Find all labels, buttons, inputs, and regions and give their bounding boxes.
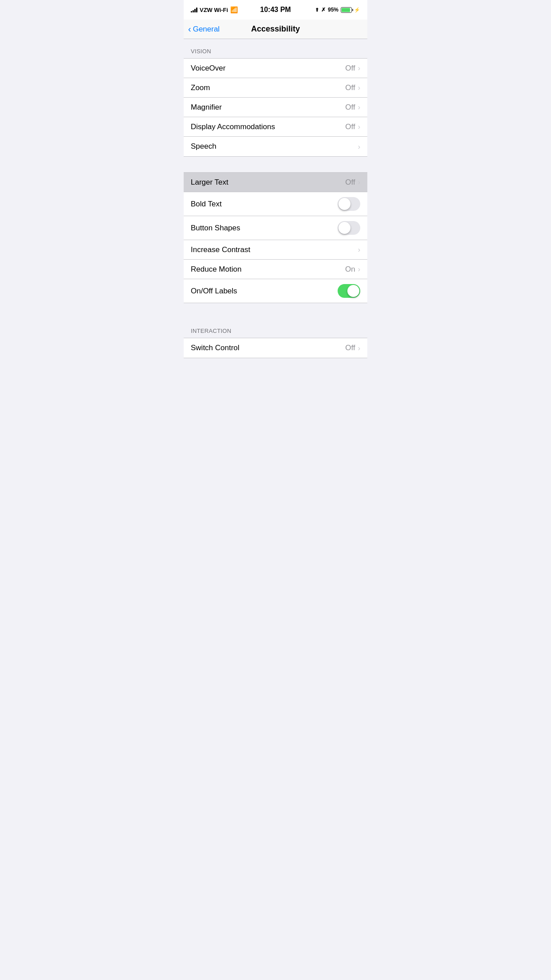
reduce-motion-right: On › (345, 265, 360, 274)
spacer-1 (184, 157, 367, 172)
switch-control-right: Off › (345, 344, 360, 352)
zoom-value: Off (345, 83, 355, 92)
onoff-labels-label: On/Off Labels (191, 287, 237, 296)
increase-contrast-chevron-icon: › (358, 246, 360, 254)
interaction-section-header: INTERACTION (184, 319, 367, 338)
increase-contrast-label: Increase Contrast (191, 245, 250, 254)
magnifier-chevron-icon: › (358, 103, 360, 111)
zoom-right: Off › (345, 83, 360, 92)
onoff-labels-right (338, 284, 360, 298)
display-list: Larger Text Off › Bold Text Button Shape… (184, 172, 367, 303)
display-accommodations-right: Off › (345, 122, 360, 131)
reduce-motion-value: On (345, 265, 355, 274)
voiceover-label: VoiceOver (191, 64, 225, 73)
reduce-motion-label: Reduce Motion (191, 265, 241, 274)
button-shapes-toggle[interactable] (338, 221, 360, 235)
onoff-labels-item[interactable]: On/Off Labels (184, 279, 367, 303)
magnifier-label: Magnifier (191, 103, 222, 112)
nav-bar: ‹ General Accessibility (184, 20, 367, 39)
magnifier-right: Off › (345, 103, 360, 112)
speech-label: Speech (191, 142, 216, 151)
vision-section-header: VISION (184, 39, 367, 58)
larger-text-chevron-icon: › (358, 178, 360, 186)
status-left: VZW Wi-Fi 📶 (191, 6, 238, 13)
display-accommodations-item[interactable]: Display Accommodations Off › (184, 117, 367, 137)
zoom-item[interactable]: Zoom Off › (184, 78, 367, 98)
switch-control-item[interactable]: Switch Control Off › (184, 338, 367, 358)
voiceover-item[interactable]: VoiceOver Off › (184, 59, 367, 78)
voiceover-right: Off › (345, 64, 360, 73)
spacer-2 (184, 303, 367, 319)
charging-icon: ⚡ (354, 7, 360, 13)
button-shapes-right (338, 221, 360, 235)
zoom-chevron-icon: › (358, 84, 360, 92)
interaction-list: Switch Control Off › (184, 338, 367, 358)
increase-contrast-item[interactable]: Increase Contrast › (184, 240, 367, 260)
larger-text-value: Off (345, 178, 355, 187)
larger-text-label: Larger Text (191, 178, 228, 187)
bold-text-toggle-thumb (338, 198, 350, 210)
bold-text-toggle[interactable] (338, 197, 360, 211)
switch-control-label: Switch Control (191, 344, 240, 352)
larger-text-item[interactable]: Larger Text Off › (184, 173, 367, 192)
battery-percent: 95% (328, 7, 338, 13)
back-label: General (193, 25, 220, 34)
back-chevron-icon: ‹ (188, 24, 191, 34)
bold-text-label: Bold Text (191, 200, 222, 209)
speech-item[interactable]: Speech › (184, 137, 367, 156)
larger-text-right: Off › (345, 178, 360, 187)
display-accommodations-value: Off (345, 122, 355, 131)
magnifier-item[interactable]: Magnifier Off › (184, 98, 367, 117)
wifi-icon: 📶 (230, 6, 238, 13)
display-accommodations-chevron-icon: › (358, 123, 360, 131)
increase-contrast-right: › (358, 245, 360, 254)
reduce-motion-chevron-icon: › (358, 265, 360, 273)
zoom-label: Zoom (191, 83, 210, 92)
back-button[interactable]: ‹ General (188, 24, 220, 34)
bold-text-item[interactable]: Bold Text (184, 192, 367, 216)
magnifier-value: Off (345, 103, 355, 112)
onoff-labels-toggle[interactable] (338, 284, 360, 298)
reduce-motion-item[interactable]: Reduce Motion On › (184, 260, 367, 279)
speech-chevron-icon: › (358, 143, 360, 151)
button-shapes-toggle-thumb (338, 222, 350, 234)
carrier-label: VZW Wi-Fi (200, 7, 228, 13)
speech-right: › (358, 142, 360, 151)
switch-control-chevron-icon: › (358, 344, 360, 352)
bold-text-right (338, 197, 360, 211)
voiceover-value: Off (345, 64, 355, 73)
bluetooth-icon: ✗ (321, 7, 326, 13)
button-shapes-item[interactable]: Button Shapes (184, 216, 367, 240)
status-right: ⬆ ✗ 95% ⚡ (315, 7, 360, 13)
display-accommodations-label: Display Accommodations (191, 122, 275, 131)
onoff-labels-toggle-thumb (347, 285, 359, 297)
switch-control-value: Off (345, 344, 355, 352)
page-title: Accessibility (251, 24, 300, 34)
status-time: 10:43 PM (260, 6, 291, 14)
voiceover-chevron-icon: › (358, 64, 360, 72)
battery-icon (341, 7, 352, 13)
button-shapes-label: Button Shapes (191, 224, 240, 233)
status-bar: VZW Wi-Fi 📶 10:43 PM ⬆ ✗ 95% ⚡ (184, 0, 367, 20)
signal-icon (191, 7, 197, 12)
vision-list: VoiceOver Off › Zoom Off › Magnifier Off… (184, 58, 367, 157)
location-icon: ⬆ (315, 7, 319, 13)
